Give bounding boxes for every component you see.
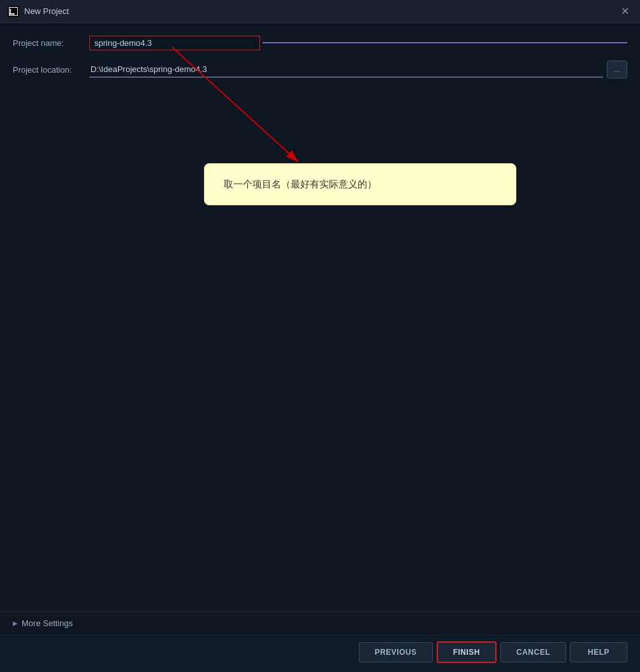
dialog-content: Project name: Project location: ... 取一个项…	[0, 23, 640, 611]
project-location-row: Project location: ...	[13, 61, 627, 78]
project-location-label: Project location:	[13, 65, 89, 75]
annotation-arrow	[0, 23, 640, 611]
project-name-input[interactable]	[92, 37, 258, 49]
cancel-button[interactable]: CANCEL	[500, 642, 566, 662]
tooltip-box: 取一个项目名（最好有实际意义的）	[204, 163, 516, 205]
button-row: PREVIOUS FINISH CANCEL HELP	[0, 634, 640, 672]
more-settings-label: More Settings	[22, 618, 73, 628]
close-button[interactable]: ✕	[617, 4, 632, 19]
svg-rect-4	[10, 13, 15, 15]
bottom-section: ▶ More Settings PREVIOUS FINISH CANCEL H…	[0, 611, 640, 672]
project-location-input[interactable]	[89, 62, 603, 78]
tooltip-text: 取一个项目名（最好有实际意义的）	[224, 179, 377, 189]
help-button[interactable]: HELP	[570, 642, 627, 662]
browse-button[interactable]: ...	[607, 61, 627, 78]
more-settings-row[interactable]: ▶ More Settings	[0, 612, 640, 634]
app-logo: I	[8, 6, 19, 17]
project-name-label: Project name:	[13, 38, 89, 48]
title-bar: I New Project ✕	[0, 0, 640, 23]
dialog-title: New Project	[24, 6, 617, 16]
project-name-row: Project name:	[13, 36, 627, 50]
previous-button[interactable]: PREVIOUS	[359, 642, 433, 662]
more-settings-arrow-icon: ▶	[13, 620, 18, 627]
finish-button[interactable]: FINISH	[437, 641, 497, 663]
